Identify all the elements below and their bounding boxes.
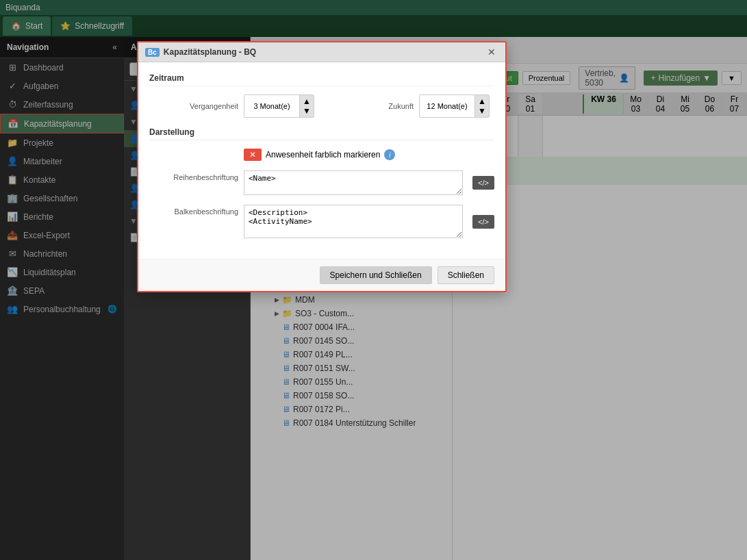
modal-title-label: Kapazitätsplanung - BQ	[164, 47, 256, 57]
modal-title-icon: Bc	[145, 48, 160, 57]
speichern-button[interactable]: Speichern und Schließen	[320, 266, 432, 284]
modal-reihen-row: Reihenbeschriftung </>	[149, 170, 494, 195]
balken-control	[244, 205, 463, 238]
reihen-control	[244, 170, 463, 195]
spinner-up: ▲	[303, 97, 311, 106]
vergangenheit-spinner-buttons[interactable]: ▲ ▼	[299, 95, 314, 117]
anwesenheit-control: ✕ Anwesenheit farblich markieren i	[244, 149, 494, 161]
vergangenheit-label: Vergangenheit	[149, 102, 238, 110]
modal-title-area: Bc Kapazitätsplanung - BQ	[145, 47, 256, 57]
modal-vergangenheit-row: Vergangenheit 3 Monat(e) ▲ ▼ Zukunft 12 …	[149, 94, 494, 118]
schliessen-button[interactable]: Schließen	[438, 266, 494, 284]
vergangenheit-spinner: 3 Monat(e) ▲ ▼	[244, 94, 314, 118]
zukunft-spinner-buttons[interactable]: ▲ ▼	[474, 95, 489, 117]
settings-modal: Bc Kapazitätsplanung - BQ ✕ Zeitraum Ver…	[137, 41, 507, 292]
vergangenheit-control: 3 Monat(e) ▲ ▼	[244, 94, 319, 118]
zukunft-control: 12 Monat(e) ▲ ▼	[419, 94, 494, 118]
spinner-down: ▼	[303, 106, 311, 116]
zukunft-spinner: 12 Monat(e) ▲ ▼	[419, 94, 490, 118]
modal-balken-row: Balkenbeschriftung </>	[149, 205, 494, 238]
anwesenheit-label: Anwesenheit farblich markieren	[266, 150, 380, 160]
reihen-textarea[interactable]	[244, 170, 463, 195]
modal-section-darstellung: Darstellung	[149, 127, 494, 140]
reihen-code-button[interactable]: </>	[472, 176, 494, 190]
modal-section-zeitraum: Zeitraum	[149, 73, 494, 86]
zukunft-spinner-down: ▼	[478, 106, 486, 116]
modal-anwesenheit-row: ✕ Anwesenheit farblich markieren i	[149, 149, 494, 161]
modal-close-button[interactable]: ✕	[485, 47, 498, 58]
anwesenheit-info-icon[interactable]: i	[384, 149, 395, 160]
modal-body: Zeitraum Vergangenheit 3 Monat(e) ▲ ▼ Zu…	[138, 62, 505, 259]
balken-label: Balkenbeschriftung	[149, 205, 238, 216]
reihen-label: Reihenbeschriftung	[149, 170, 238, 181]
zukunft-input[interactable]: 12 Monat(e)	[420, 100, 474, 112]
balken-code-button[interactable]: </>	[472, 215, 494, 229]
modal-titlebar: Bc Kapazitätsplanung - BQ ✕	[138, 42, 505, 62]
zukunft-spinner-up: ▲	[478, 97, 486, 106]
modal-footer: Speichern und Schließen Schließen	[138, 259, 505, 291]
balken-textarea[interactable]	[244, 205, 463, 238]
vergangenheit-input[interactable]: 3 Monat(e)	[244, 100, 299, 112]
zukunft-label: Zukunft	[325, 102, 414, 110]
anwesenheit-toggle-button[interactable]: ✕	[244, 149, 262, 161]
